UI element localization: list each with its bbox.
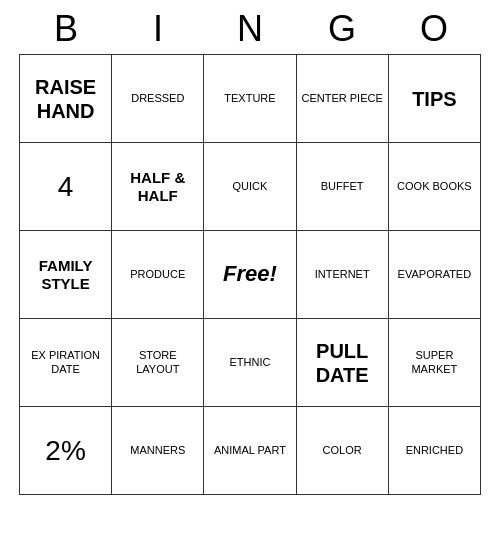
cell-r2-c1: PRODUCE [112, 231, 204, 319]
cell-r1-c4: COOK BOOKS [388, 143, 480, 231]
cell-r0-c3: CENTER PIECE [296, 55, 388, 143]
cell-r2-c4: EVAPORATED [388, 231, 480, 319]
cell-r0-c2: TEXTURE [204, 55, 296, 143]
cell-r2-c3: INTERNET [296, 231, 388, 319]
title-b: B [24, 8, 108, 50]
cell-r0-c4: TIPS [388, 55, 480, 143]
cell-r0-c1: DRESSED [112, 55, 204, 143]
title-n: N [208, 8, 292, 50]
cell-r3-c3: PULL DATE [296, 319, 388, 407]
bingo-grid: RAISE HANDDRESSEDTEXTURECENTER PIECETIPS… [19, 54, 481, 495]
cell-r4-c1: MANNERS [112, 407, 204, 495]
cell-r4-c4: ENRICHED [388, 407, 480, 495]
cell-r3-c1: STORE LAYOUT [112, 319, 204, 407]
title-g: G [300, 8, 384, 50]
cell-r1-c1: HALF & HALF [112, 143, 204, 231]
cell-r1-c2: QUICK [204, 143, 296, 231]
cell-r2-c0: FAMILY STYLE [20, 231, 112, 319]
cell-r3-c2: ETHNIC [204, 319, 296, 407]
cell-r1-c0: 4 [20, 143, 112, 231]
cell-r1-c3: BUFFET [296, 143, 388, 231]
cell-r4-c2: ANIMAL PART [204, 407, 296, 495]
bingo-title: B I N G O [20, 0, 480, 54]
title-i: I [116, 8, 200, 50]
title-o: O [392, 8, 476, 50]
cell-r0-c0: RAISE HAND [20, 55, 112, 143]
cell-r4-c3: COLOR [296, 407, 388, 495]
cell-r4-c0: 2% [20, 407, 112, 495]
cell-r2-c2: Free! [204, 231, 296, 319]
cell-r3-c4: SUPER MARKET [388, 319, 480, 407]
cell-r3-c0: EX PIRATION DATE [20, 319, 112, 407]
